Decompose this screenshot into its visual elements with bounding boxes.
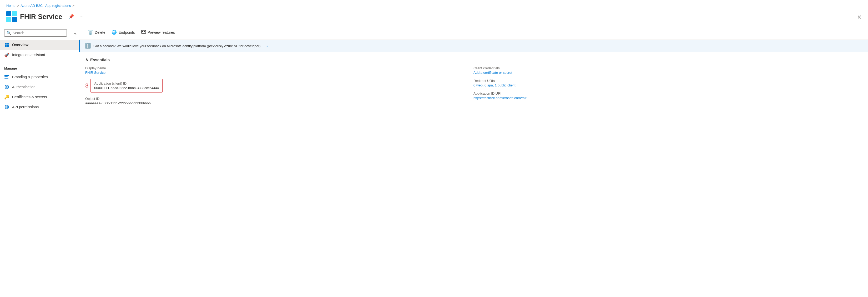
close-icon: ✕ (857, 14, 862, 20)
sidebar-item-certificates[interactable]: 🔑 Certificates & secrets (0, 92, 79, 102)
endpoints-button[interactable]: 🌐 Endpoints (109, 28, 137, 36)
display-name-group: Display name FHIR Service (85, 66, 473, 75)
essentials-section: ∧ Essentials Display name FHIR Service 3… (79, 52, 868, 110)
svg-rect-1 (7, 43, 9, 45)
feedback-link[interactable]: → (265, 44, 269, 48)
app-client-id-label: Application (client) ID (94, 81, 159, 85)
step-number: 3 (85, 82, 88, 89)
delete-button[interactable]: 🗑️ Delete (85, 28, 108, 36)
app-client-id-row: 3 Application (client) ID 00001111-aaaa-… (85, 79, 473, 92)
essentials-header[interactable]: ∧ Essentials (85, 57, 862, 62)
feedback-bar: ℹ️ Got a second? We would love your feed… (79, 40, 868, 52)
endpoints-icon: 🌐 (112, 30, 117, 35)
more-options-button[interactable]: ··· (79, 13, 85, 21)
pin-button[interactable]: 📌 (67, 12, 75, 21)
object-id-group: Object ID aaaaaaaa-0000-1111-2222-bbbbbb… (85, 97, 473, 105)
object-id-value: aaaaaaaa-0000-1111-2222-bbbbbbbbbbbb (85, 101, 473, 105)
svg-rect-10 (142, 31, 143, 32)
sidebar-item-api-permissions[interactable]: API permissions (0, 102, 79, 112)
svg-rect-2 (5, 45, 7, 47)
sidebar-item-overview-label: Overview (12, 43, 28, 47)
essentials-title: Essentials (90, 57, 110, 62)
authentication-icon (4, 84, 9, 89)
svg-rect-5 (4, 76, 8, 77)
header-actions: 📌 ··· (67, 12, 85, 21)
essentials-grid: Display name FHIR Service 3 Application … (85, 66, 862, 105)
toolbar: 🗑️ Delete 🌐 Endpoints Preview features (79, 25, 868, 40)
breadcrumb: Home > Azure AD B2C | App registrations … (0, 0, 868, 9)
svg-rect-9 (142, 30, 146, 33)
app-icon (6, 11, 17, 22)
sidebar-item-overview[interactable]: Overview (0, 40, 79, 50)
breadcrumb-home[interactable]: Home (6, 4, 16, 8)
redirect-uris-label: Redirect URIs (473, 79, 862, 83)
search-box[interactable]: 🔍 (4, 29, 67, 37)
sidebar-item-integration[interactable]: 🚀 Integration assistant (0, 50, 79, 60)
app-id-uri-group: Application ID URI https://testb2c.onmic… (473, 91, 862, 100)
client-credentials-group: Client credentials Add a certificate or … (473, 66, 862, 75)
preview-features-button[interactable]: Preview features (138, 28, 178, 36)
collapse-sidebar-button[interactable]: « (72, 30, 79, 37)
svg-rect-11 (144, 31, 145, 32)
client-credentials-link[interactable]: Add a certificate or secret (473, 71, 862, 75)
sidebar: 🔍 « Overview 🚀 Integration assista (0, 25, 79, 296)
content-area: 🗑️ Delete 🌐 Endpoints Preview features (79, 25, 868, 296)
chevron-up-icon: ∧ (85, 57, 88, 62)
preview-icon (141, 30, 146, 35)
display-name-label: Display name (85, 66, 473, 70)
app-id-uri-link[interactable]: https://testb2c.onmicrosoft.com/fhir (473, 96, 862, 100)
redirect-uris-link[interactable]: 0 web, 0 spa, 1 public client (473, 83, 862, 87)
overview-icon (4, 42, 9, 48)
search-icon: 🔍 (7, 31, 11, 35)
branding-icon (4, 74, 9, 80)
svg-rect-0 (5, 43, 7, 45)
sidebar-item-api-permissions-label: API permissions (12, 105, 39, 109)
main-layout: 🔍 « Overview 🚀 Integration assista (0, 25, 868, 296)
svg-rect-4 (4, 75, 9, 76)
key-icon: 🔑 (4, 94, 9, 100)
feedback-text: Got a second? We would love your feedbac… (93, 44, 261, 48)
app-client-id-value: 00001111-aaaa-2222-bbbb-3333cccc4444 (94, 86, 159, 90)
info-icon: ℹ️ (85, 43, 91, 49)
api-icon (4, 104, 9, 110)
app-client-id-box: Application (client) ID 00001111-aaaa-22… (91, 79, 162, 92)
sidebar-item-authentication[interactable]: Authentication (0, 82, 79, 92)
close-button[interactable]: ✕ (857, 14, 862, 20)
svg-rect-6 (4, 78, 8, 79)
manage-section-label: Manage (0, 62, 79, 72)
search-input[interactable] (12, 31, 64, 35)
sidebar-item-authentication-label: Authentication (12, 85, 35, 89)
sidebar-item-branding-label: Branding & properties (12, 75, 48, 79)
page-title: FHIR Service (20, 12, 62, 21)
essentials-left: Display name FHIR Service 3 Application … (85, 66, 473, 105)
manage-divider (4, 61, 74, 61)
page-header: FHIR Service 📌 ··· ✕ (0, 9, 868, 25)
sidebar-item-certificates-label: Certificates & secrets (12, 95, 47, 99)
sidebar-item-branding[interactable]: Branding & properties (0, 72, 79, 82)
app-id-uri-label: Application ID URI (473, 91, 862, 96)
svg-rect-3 (7, 45, 9, 47)
app-client-id-group: Application (client) ID 00001111-aaaa-22… (94, 81, 159, 90)
pin-icon: 📌 (68, 14, 74, 19)
display-name-value[interactable]: FHIR Service (85, 71, 473, 75)
object-id-label: Object ID (85, 97, 473, 101)
essentials-right: Client credentials Add a certificate or … (473, 66, 862, 105)
delete-icon: 🗑️ (88, 30, 93, 35)
client-credentials-label: Client credentials (473, 66, 862, 70)
sidebar-item-integration-label: Integration assistant (12, 53, 45, 57)
ellipsis-icon: ··· (80, 14, 83, 19)
chevron-left-icon: « (74, 31, 76, 35)
redirect-uris-group: Redirect URIs 0 web, 0 spa, 1 public cli… (473, 79, 862, 87)
rocket-icon: 🚀 (4, 52, 9, 57)
breadcrumb-azure-ad[interactable]: Azure AD B2C | App registrations (21, 4, 71, 8)
